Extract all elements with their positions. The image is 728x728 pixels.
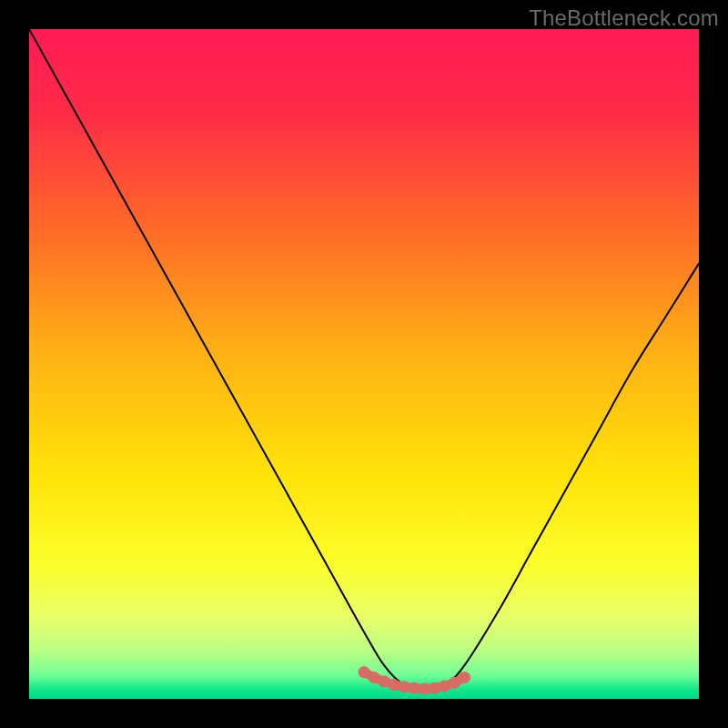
optimal-range-dot (389, 679, 400, 691)
chart-svg (29, 29, 699, 699)
optimal-range-dot (359, 666, 370, 678)
optimal-range-dot (449, 677, 460, 689)
optimal-range-dot (409, 682, 420, 694)
optimal-range-dot (459, 672, 470, 683)
chart-frame: TheBottleneck.com (0, 0, 728, 728)
optimal-range-dot (419, 682, 430, 694)
optimal-range-dot (379, 675, 390, 687)
bottleneck-curve (29, 29, 699, 693)
optimal-range-markers (359, 666, 470, 694)
watermark-text: TheBottleneck.com (529, 5, 719, 31)
optimal-range-dot (429, 682, 440, 694)
optimal-range-dot (399, 681, 410, 693)
plot-area (29, 29, 699, 699)
optimal-range-dot (439, 681, 450, 693)
